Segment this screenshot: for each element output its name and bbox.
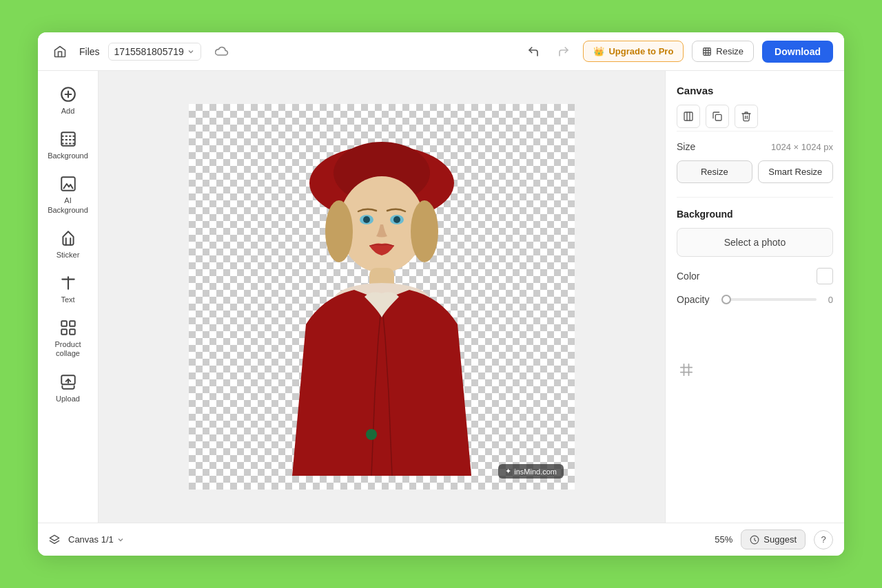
upgrade-button[interactable]: 👑 Upgrade to Pro — [583, 41, 684, 62]
plus-circle-icon — [59, 85, 78, 104]
upload-icon — [59, 372, 78, 392]
svg-rect-33 — [715, 114, 721, 120]
layers-button[interactable] — [49, 534, 60, 545]
sidebar-item-text-label: Text — [61, 295, 74, 304]
collage-icon — [59, 318, 78, 337]
header: Files 1715581805719 👑 Upgrade to Pro — [38, 32, 844, 71]
svg-point-22 — [411, 200, 438, 262]
sidebar-item-background-label: Background — [48, 151, 88, 160]
sidebar-item-sticker[interactable]: Sticker — [43, 223, 93, 265]
canvas-info[interactable]: Canvas 1/1 — [68, 534, 125, 545]
filename-display[interactable]: 1715581805719 — [108, 43, 201, 61]
size-label: Size — [677, 141, 695, 152]
canvas-style-tool[interactable] — [677, 105, 700, 128]
canvas-wrapper: ✦ insMind.com — [189, 104, 575, 490]
svg-rect-14 — [70, 321, 75, 326]
canvas-image — [189, 104, 575, 490]
opacity-value: 0 — [823, 295, 833, 305]
resize-canvas-button[interactable]: Resize — [677, 160, 752, 183]
woman-figure — [265, 118, 499, 476]
color-swatch[interactable] — [817, 268, 833, 284]
sidebar-item-add[interactable]: Add — [43, 79, 93, 121]
sidebar-item-product-collage-label: Product collage — [46, 340, 90, 358]
resize-button[interactable]: Resize — [692, 41, 754, 62]
canvas-duplicate-tool[interactable] — [706, 105, 729, 128]
left-sidebar: Add Background — [38, 71, 99, 523]
ai-background-icon — [59, 174, 78, 193]
svg-marker-34 — [50, 535, 59, 540]
redo-button[interactable] — [553, 41, 575, 63]
sidebar-item-upload-label: Upload — [56, 395, 80, 403]
sidebar-item-ai-background[interactable]: AI Background — [43, 169, 93, 220]
smart-resize-button[interactable]: Smart Resize — [758, 160, 834, 183]
files-nav[interactable]: Files — [79, 46, 100, 57]
opacity-thumb[interactable] — [721, 295, 731, 304]
text-icon — [59, 273, 78, 293]
svg-rect-30 — [684, 112, 693, 120]
canvas-area[interactable]: ✦ insMind.com — [99, 71, 665, 523]
sidebar-item-sticker-label: Sticker — [57, 251, 80, 260]
background-section-title: Background — [677, 209, 833, 220]
svg-rect-16 — [70, 329, 75, 335]
watermark: ✦ insMind.com — [498, 464, 564, 479]
canvas-delete-tool[interactable] — [735, 105, 758, 128]
svg-point-26 — [393, 216, 400, 223]
canvas-section-title: Canvas — [677, 85, 833, 96]
sidebar-item-add-label: Add — [61, 107, 75, 116]
canvas-toolbar — [677, 105, 833, 128]
svg-point-29 — [366, 429, 377, 440]
suggest-button[interactable]: Suggest — [741, 529, 806, 549]
bottom-bar: Canvas 1/1 55% Suggest ? — [38, 523, 844, 556]
svg-rect-15 — [61, 329, 67, 335]
download-button[interactable]: Download — [762, 41, 833, 63]
home-button[interactable] — [49, 41, 71, 63]
opacity-label: Opacity — [677, 294, 715, 305]
sidebar-item-upload[interactable]: Upload — [43, 367, 93, 409]
svg-point-25 — [363, 216, 370, 223]
drag-cursor-icon — [677, 360, 833, 379]
sidebar-item-ai-background-label: AI Background — [46, 196, 90, 214]
right-panel: Canvas — [665, 71, 844, 523]
color-label: Color — [677, 271, 699, 282]
sticker-icon — [59, 229, 78, 248]
hatch-icon — [59, 129, 78, 149]
sidebar-item-background[interactable]: Background — [43, 124, 93, 166]
undo-button[interactable] — [522, 41, 544, 63]
sidebar-item-product-collage[interactable]: Product collage — [43, 313, 93, 364]
crown-icon: 👑 — [593, 46, 604, 56]
opacity-slider[interactable] — [721, 298, 817, 301]
size-value: 1024 × 1024 px — [771, 142, 833, 152]
svg-rect-0 — [704, 48, 711, 55]
main-body: Add Background — [38, 71, 844, 523]
help-button[interactable]: ? — [814, 530, 833, 549]
sidebar-item-text[interactable]: Text — [43, 268, 93, 310]
cloud-sync-icon[interactable] — [212, 42, 232, 61]
svg-rect-13 — [61, 321, 67, 326]
svg-point-21 — [325, 200, 353, 262]
select-photo-button[interactable]: Select a photo — [677, 228, 833, 257]
zoom-level: 55% — [715, 534, 732, 545]
